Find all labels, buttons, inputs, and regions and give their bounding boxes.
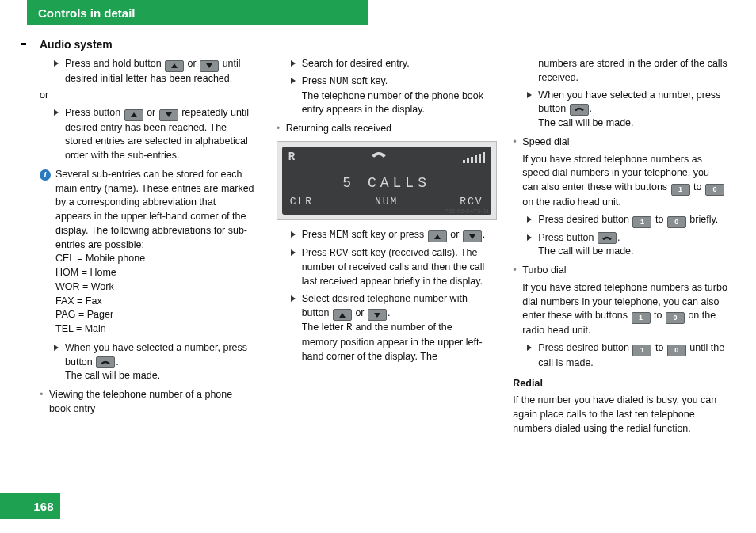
step-item: Press desired button 1 to 0 until the ca… (527, 341, 727, 371)
column-3: numbers are stored in the order of the c… (513, 57, 727, 485)
text: Press (302, 247, 330, 258)
disc-bullet-icon: • (513, 264, 522, 278)
section-title: Audio system (40, 38, 113, 51)
softkey-label: MEM (330, 230, 349, 241)
text: The telephone number of the phone book e… (302, 90, 483, 116)
digit-0-key-icon: 0 (667, 216, 686, 228)
step-text: Press RCV soft key (received calls). The… (302, 246, 491, 289)
step-arrow-icon (291, 231, 302, 246)
text: Press (302, 229, 330, 240)
lcd-softkey-clr: CLR (290, 195, 313, 209)
info-text: Several sub-entries can be stored for ea… (55, 168, 254, 337)
step-arrow-icon (527, 92, 538, 134)
text: . (590, 103, 592, 114)
step-arrow-icon (291, 60, 302, 74)
text: Press (302, 75, 330, 86)
text: WOR = Work (55, 281, 114, 292)
text: Press and hold button (65, 58, 164, 69)
header-title: Controls in detail (38, 6, 136, 20)
step-item: Press MEM soft key or press or . (291, 228, 491, 243)
step-text: Press desired button 1 to 0 briefly. (538, 213, 727, 228)
redial-heading: Redial (513, 377, 727, 391)
text: TEL = Main (55, 323, 106, 334)
list-item: • Turbo dial (513, 264, 727, 278)
text: to (652, 214, 666, 225)
redial-body: If the number you have dialed is busy, y… (513, 394, 727, 436)
text: on the radio head unit. (522, 196, 620, 207)
margin-tick (21, 43, 26, 45)
down-key-icon (200, 60, 219, 72)
text: soft key or press (349, 229, 427, 240)
step-text: Press NUM soft key. The telephone number… (302, 74, 491, 117)
text: to (691, 181, 704, 192)
text: Press button (538, 232, 597, 243)
digit-0-key-icon: 0 (705, 184, 724, 196)
page-number-text: 168 (33, 500, 53, 513)
text: to (652, 342, 666, 353)
lcd-signal-icon (463, 152, 485, 163)
down-key-icon (368, 309, 387, 321)
list-text: Speed dial (522, 135, 727, 150)
list-text: Turbo dial (522, 264, 727, 278)
up-key-icon (333, 309, 352, 321)
step-text: Press button or repeatedly until desired… (65, 106, 254, 163)
step-text: Select desired telephone number with but… (302, 292, 491, 364)
step-arrow-icon (527, 234, 538, 263)
step-text: Search for desired entry. (302, 57, 491, 71)
text: PAG = Pager (55, 309, 113, 320)
step-arrow-icon (54, 109, 65, 166)
info-icon: i (40, 168, 54, 337)
disc-bullet-icon: • (40, 388, 49, 417)
lcd-center-text: 5 CALLS (282, 173, 491, 194)
figure-code: P82.60-6473-31 (444, 207, 489, 215)
continuation-text: numbers are stored in the order of the c… (538, 57, 727, 86)
page-number: 168 (27, 493, 60, 519)
lcd-top-row: R (288, 151, 485, 164)
step-text: Press button . The call will be made. (538, 231, 727, 260)
list-text: Viewing the telephone number of a phone … (49, 388, 254, 417)
step-item: Press NUM soft key. The telephone number… (291, 74, 491, 117)
softkey-label: RCV (330, 248, 349, 259)
or-label: or (40, 89, 254, 103)
step-item: Select desired telephone number with but… (291, 292, 491, 364)
digit-1-key-icon: 1 (632, 312, 651, 324)
down-key-icon (463, 230, 482, 242)
text: or (448, 229, 462, 240)
text: soft key. (349, 75, 388, 86)
step-text: When you have selected a number, press b… (538, 89, 727, 131)
list-text: Returning calls received (286, 122, 491, 136)
text: briefly. (687, 214, 718, 225)
list-item: • Viewing the telephone number of a phon… (40, 388, 254, 417)
step-arrow-icon (291, 78, 302, 120)
text: When you have selected a number, press b… (538, 89, 720, 115)
text: . (617, 232, 620, 243)
text: . (388, 307, 390, 318)
lcd-softkey-num: NUM (375, 195, 398, 209)
step-arrow-icon (527, 216, 538, 231)
step-item: When you have selected a number, press b… (527, 89, 727, 131)
text: . (116, 356, 118, 367)
step-text: Press MEM soft key or press or . (302, 228, 491, 243)
text: CEL = Mobile phone (55, 253, 145, 264)
text: . (483, 229, 485, 240)
step-item: Press button . The call will be made. (527, 231, 727, 260)
digit-0-key-icon: 0 (666, 312, 685, 324)
step-item: Press desired button 1 to 0 briefly. (527, 213, 727, 228)
step-item: Search for desired entry. (291, 57, 491, 71)
text: The call will be made. (538, 246, 633, 257)
step-item: Press RCV soft key (received calls). The… (291, 246, 491, 289)
list-item: • Speed dial (513, 135, 727, 150)
column-1: Press and hold button or until desired i… (40, 57, 254, 485)
step-arrow-icon (291, 249, 302, 292)
digit-1-key-icon: 1 (632, 216, 651, 228)
digit-1-key-icon: 1 (632, 345, 651, 356)
step-item: When you have selected a number, press b… (54, 341, 254, 383)
text: Several sub-entries can be stored for ea… (55, 169, 254, 250)
lcd-screen: R 5 CALLS CLR NUM RCV (282, 147, 491, 215)
phone-key-icon (598, 232, 617, 244)
info-block: i Several sub-entries can be stored for … (40, 168, 254, 337)
turbo-dial-intro: If you have stored telephone numbers as … (522, 281, 727, 338)
text: HOM = Home (55, 267, 116, 278)
text: to (651, 310, 665, 321)
up-key-icon (124, 109, 143, 121)
